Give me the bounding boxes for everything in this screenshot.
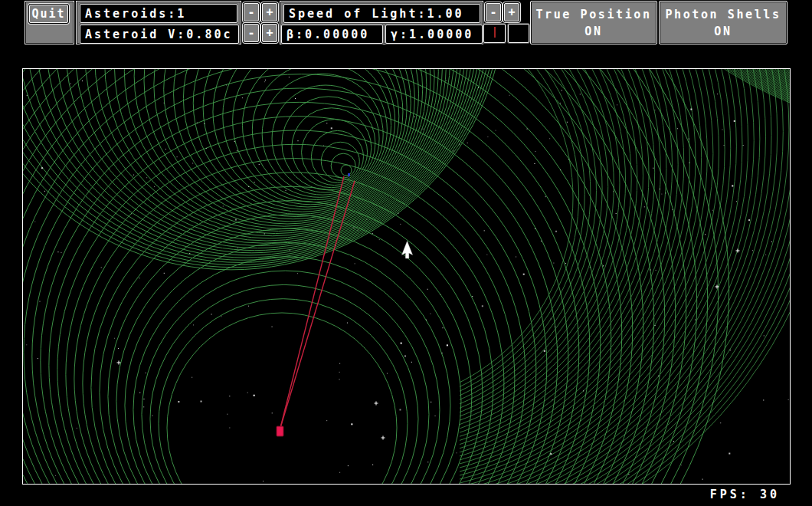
asteroids-plus-button[interactable]: + (262, 3, 277, 21)
asteroid-true-position-marker[interactable] (277, 426, 283, 436)
true-position-shells (23, 69, 729, 484)
apparent-cluster-shells (23, 69, 506, 270)
gamma-field: γ:1.00000 (385, 25, 483, 44)
velocity-indicator-box[interactable] (483, 24, 506, 43)
beta-field: β:0.00000 (281, 25, 383, 44)
asteroids-minus-button[interactable]: - (244, 3, 259, 21)
quit-button[interactable]: Quit (29, 5, 68, 23)
quit-panel: Quit (25, 1, 74, 44)
fps-counter: FPS: 30 (689, 488, 780, 501)
speed-of-light-minus-button[interactable]: - (486, 3, 501, 21)
apparent-position-marker (348, 173, 350, 176)
asteroid-v-minus-button[interactable]: - (244, 24, 259, 42)
app-root: { "toolbar": { "quit_label": "Quit", "mi… (0, 0, 812, 506)
toolbar: Quit Asteroids:1 Asteroid V:0.80c - + - … (0, 0, 812, 46)
photon-shells-label: Photon Shells (665, 8, 781, 21)
velocity-indicator-blank-box[interactable] (508, 24, 529, 43)
speed-of-light-field: Speed of Light:1.00 (283, 4, 480, 23)
asteroid-velocity-field: Asteroid V:0.80c (80, 25, 239, 44)
mouse-cursor-icon (402, 242, 413, 259)
photon-shells-toggle[interactable]: Photon Shells ON (659, 1, 787, 44)
true-position-state: ON (584, 25, 602, 38)
speed-of-light-plus-button[interactable]: + (504, 3, 519, 21)
asteroid-v-plus-button[interactable]: + (262, 24, 277, 42)
simulation-viewport[interactable] (22, 68, 791, 485)
photon-shells-state: ON (714, 25, 732, 38)
asteroids-count-field: Asteroids:1 (80, 4, 237, 23)
photon-shell-scene (23, 69, 790, 484)
true-position-toggle[interactable]: True Position ON (530, 1, 657, 44)
asteroid-fields-panel: Asteroids:1 Asteroid V:0.80c (76, 1, 241, 44)
velocity-tick-icon (494, 27, 496, 38)
true-position-label: True Position (535, 8, 651, 21)
light-speed-panel: Speed of Light:1.00 β:0.00000 γ:1.00000 (280, 1, 483, 44)
trajectory-line-2 (280, 181, 355, 428)
